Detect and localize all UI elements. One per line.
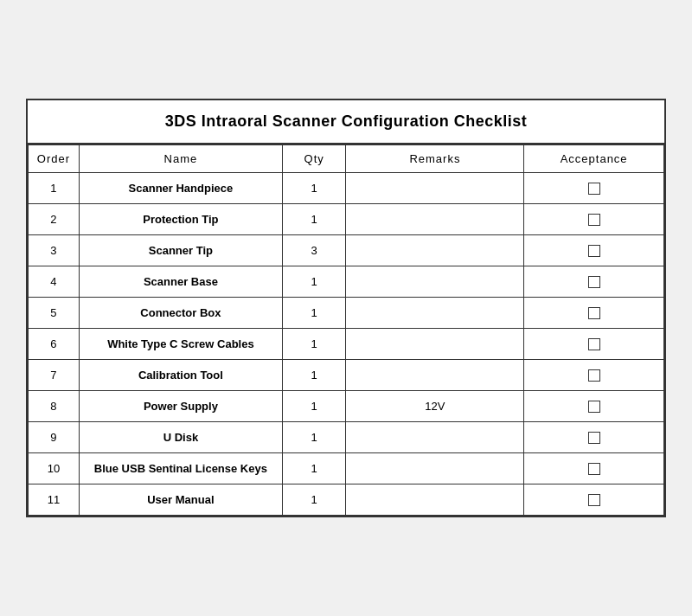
table-row: 4Scanner Base1 <box>29 266 664 298</box>
cell-name: Calibration Tool <box>79 360 282 391</box>
cell-acceptance <box>524 204 664 235</box>
checklist-container: 3DS Intraoral Scanner Configuration Chec… <box>26 99 666 517</box>
cell-remarks <box>346 298 524 329</box>
cell-qty: 1 <box>282 422 346 453</box>
cell-remarks <box>346 173 524 204</box>
cell-qty: 1 <box>282 204 346 235</box>
header-acceptance: Acceptance <box>524 145 664 173</box>
table-row: 8Power Supply112V <box>29 391 664 422</box>
header-remarks: Remarks <box>346 145 524 173</box>
table-row: 10Blue USB Sentinal License Keys1 <box>29 453 664 484</box>
table-row: 6White Type C Screw Cables1 <box>29 329 664 360</box>
cell-qty: 1 <box>282 484 346 516</box>
acceptance-checkbox[interactable] <box>588 245 600 257</box>
cell-name: Scanner Base <box>79 266 282 298</box>
cell-qty: 1 <box>282 391 346 422</box>
cell-acceptance <box>524 391 664 422</box>
table-row: 1Scanner Handpiece1 <box>29 173 664 204</box>
acceptance-checkbox[interactable] <box>588 369 600 382</box>
cell-acceptance <box>524 360 664 391</box>
cell-name: Connector Box <box>79 298 282 329</box>
cell-remarks <box>346 453 524 484</box>
cell-order: 1 <box>29 173 80 204</box>
acceptance-checkbox[interactable] <box>588 276 600 288</box>
cell-qty: 1 <box>282 266 346 298</box>
cell-acceptance <box>524 266 664 298</box>
table-header-row: Order Name Qty Remarks Acceptance <box>29 145 664 173</box>
cell-name: White Type C Screw Cables <box>79 329 282 360</box>
cell-name: U Disk <box>79 422 282 453</box>
cell-remarks <box>346 266 524 298</box>
acceptance-checkbox[interactable] <box>588 338 600 350</box>
acceptance-checkbox[interactable] <box>588 463 600 475</box>
cell-acceptance <box>524 453 664 484</box>
cell-acceptance <box>524 173 664 204</box>
table-row: 11User Manual1 <box>29 484 664 516</box>
table-row: 2Protection Tip1 <box>29 204 664 235</box>
acceptance-checkbox[interactable] <box>588 432 600 444</box>
cell-order: 8 <box>29 391 80 422</box>
cell-order: 5 <box>29 298 80 329</box>
cell-order: 9 <box>29 422 80 453</box>
cell-remarks <box>346 360 524 391</box>
cell-qty: 3 <box>282 235 346 266</box>
cell-order: 2 <box>29 204 80 235</box>
cell-remarks <box>346 484 524 516</box>
cell-remarks <box>346 422 524 453</box>
acceptance-checkbox[interactable] <box>588 307 600 319</box>
header-name: Name <box>79 145 282 173</box>
cell-qty: 1 <box>282 298 346 329</box>
cell-qty: 1 <box>282 173 346 204</box>
cell-acceptance <box>524 298 664 329</box>
cell-remarks: 12V <box>346 391 524 422</box>
cell-remarks <box>346 204 524 235</box>
acceptance-checkbox[interactable] <box>588 183 600 195</box>
cell-name: Protection Tip <box>79 204 282 235</box>
cell-order: 3 <box>29 235 80 266</box>
cell-acceptance <box>524 422 664 453</box>
cell-qty: 1 <box>282 329 346 360</box>
cell-acceptance <box>524 235 664 266</box>
table-row: 3Scanner Tip3 <box>29 235 664 266</box>
cell-remarks <box>346 235 524 266</box>
cell-qty: 1 <box>282 453 346 484</box>
cell-remarks <box>346 329 524 360</box>
checklist-table: Order Name Qty Remarks Acceptance 1Scann… <box>28 144 664 516</box>
header-order: Order <box>29 145 80 173</box>
cell-order: 11 <box>29 484 80 516</box>
table-row: 9U Disk1 <box>29 422 664 453</box>
cell-order: 10 <box>29 453 80 484</box>
header-qty: Qty <box>282 145 346 173</box>
cell-order: 6 <box>29 329 80 360</box>
cell-acceptance <box>524 484 664 516</box>
checklist-title: 3DS Intraoral Scanner Configuration Chec… <box>28 100 664 144</box>
table-row: 7Calibration Tool1 <box>29 360 664 391</box>
cell-order: 7 <box>29 360 80 391</box>
table-row: 5Connector Box1 <box>29 298 664 329</box>
cell-name: Blue USB Sentinal License Keys <box>79 453 282 484</box>
cell-name: Scanner Handpiece <box>79 173 282 204</box>
cell-acceptance <box>524 329 664 360</box>
cell-name: Scanner Tip <box>79 235 282 266</box>
cell-name: Power Supply <box>79 391 282 422</box>
cell-order: 4 <box>29 266 80 298</box>
cell-qty: 1 <box>282 360 346 391</box>
acceptance-checkbox[interactable] <box>588 214 600 226</box>
cell-name: User Manual <box>79 484 282 516</box>
acceptance-checkbox[interactable] <box>588 401 600 413</box>
acceptance-checkbox[interactable] <box>588 494 600 506</box>
